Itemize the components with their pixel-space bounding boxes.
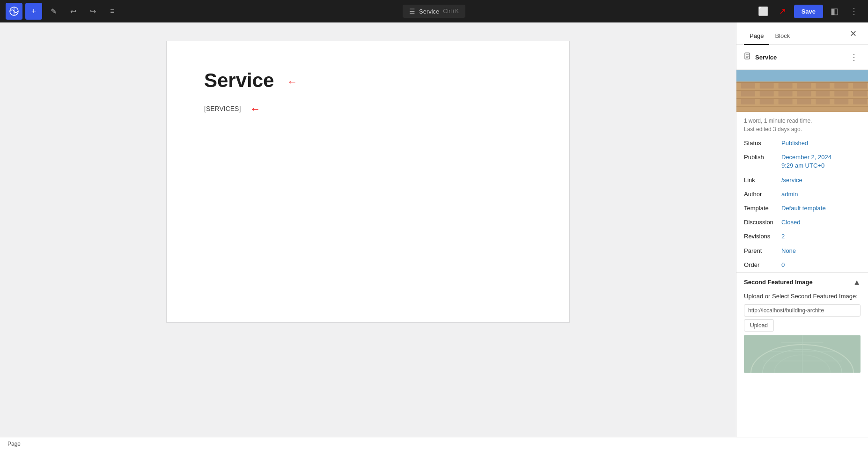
add-block-button[interactable]: + (25, 3, 42, 20)
page-more-button[interactable]: ⋮ (847, 51, 861, 64)
meta-row-template: Template Default template (736, 201, 868, 215)
undo-button[interactable]: ↩ (65, 3, 81, 20)
toggle-sidebar-button[interactable]: ◧ (826, 3, 843, 20)
preview-button[interactable]: ↗ (774, 3, 791, 20)
template-label: Template (744, 204, 781, 212)
svg-rect-13 (834, 83, 848, 89)
second-featured-title: Second Featured Image (744, 279, 853, 286)
main-layout: Service ← [SERVICES] ← Page Block ✕ (0, 22, 868, 437)
meta-row-revisions: Revisions 2 (736, 229, 868, 243)
topbar-left: + ✎ ↩ ↪ ≡ (6, 3, 121, 20)
svg-rect-18 (797, 91, 811, 96)
meta-row-link: Link /service (736, 173, 868, 187)
author-value[interactable]: admin (781, 190, 798, 199)
status-bar: Page (0, 437, 868, 450)
editor-canvas: Service ← [SERVICES] ← (167, 41, 569, 322)
upload-button[interactable]: Upload (744, 319, 774, 332)
topbar: + ✎ ↩ ↪ ≡ ☰ Service Ctrl+K ⬜ ↗ Save ◧ ⋮ (0, 0, 868, 22)
page-icon (744, 52, 751, 62)
second-featured-body: Upload or Select Second Featured Image: … (736, 292, 868, 380)
svg-rect-12 (816, 83, 830, 89)
status-label: Status (744, 139, 781, 147)
meta-row-order: Order 0 (736, 258, 868, 272)
page-header-title: Service (755, 54, 847, 61)
revisions-value[interactable]: 2 (781, 232, 785, 241)
discussion-value[interactable]: Closed (781, 218, 800, 227)
content-arrow-indicator: ← (250, 103, 260, 115)
post-title-button[interactable]: ☰ Service Ctrl+K (403, 5, 465, 18)
edit-mode-button[interactable]: ✎ (45, 3, 62, 20)
tab-block[interactable]: Block (769, 28, 795, 45)
editor-area[interactable]: Service ← [SERVICES] ← (0, 22, 736, 437)
redo-button[interactable]: ↪ (84, 3, 101, 20)
meta-row-author: Author admin (736, 187, 868, 201)
topbar-post-title: Service (419, 8, 439, 15)
list-view-button[interactable]: ≡ (104, 3, 121, 20)
post-title[interactable]: Service ← (204, 69, 532, 92)
meta-row-publish: Publish December 2, 2024 9:29 am UTC+0 (736, 150, 868, 173)
svg-rect-20 (834, 91, 848, 96)
parent-value[interactable]: None (781, 247, 796, 255)
featured-image-thumbnail[interactable] (736, 70, 868, 112)
svg-rect-21 (853, 91, 867, 96)
more-options-button[interactable]: ⋮ (846, 3, 862, 20)
publish-value[interactable]: December 2, 2024 9:29 am UTC+0 (781, 153, 831, 170)
sidebar-content[interactable]: Service ⋮ (736, 45, 868, 437)
svg-rect-26 (816, 99, 830, 104)
status-value[interactable]: Published (781, 139, 808, 148)
svg-rect-11 (797, 83, 811, 89)
topbar-center: ☰ Service Ctrl+K (403, 5, 465, 18)
desktop-preview-button[interactable]: ⬜ (755, 3, 772, 20)
svg-rect-24 (779, 99, 793, 104)
template-value[interactable]: Default template (781, 204, 826, 213)
sidebar-close-button[interactable]: ✕ (846, 26, 861, 41)
parent-label: Parent (744, 247, 781, 254)
topbar-right: ⬜ ↗ Save ◧ ⋮ (755, 3, 862, 20)
svg-rect-9 (760, 83, 774, 89)
meta-row-parent: Parent None (736, 244, 868, 258)
page-meta-text: 1 word, 1 minute read time. Last edited … (736, 112, 868, 136)
svg-rect-27 (834, 99, 848, 104)
link-label: Link (744, 176, 781, 184)
second-featured-image-section: Second Featured Image ▲ Upload or Select… (736, 272, 868, 380)
post-content[interactable]: [SERVICES] ← (204, 103, 532, 115)
sidebar-tabs: Page Block ✕ (736, 22, 868, 45)
meta-row-status: Status Published (736, 136, 868, 150)
second-featured-header[interactable]: Second Featured Image ▲ (736, 273, 868, 292)
order-value[interactable]: 0 (781, 261, 785, 269)
svg-rect-19 (816, 91, 830, 96)
svg-rect-41 (744, 335, 861, 373)
link-value[interactable]: /service (781, 176, 802, 184)
svg-rect-23 (760, 99, 774, 104)
author-label: Author (744, 190, 781, 198)
second-image-preview (744, 335, 861, 373)
topbar-shortcut: Ctrl+K (443, 8, 459, 15)
svg-rect-25 (797, 99, 811, 104)
svg-rect-28 (853, 99, 867, 104)
publish-label: Publish (744, 153, 781, 161)
discussion-label: Discussion (744, 218, 781, 226)
svg-rect-22 (741, 99, 755, 104)
title-arrow-indicator: ← (287, 76, 297, 88)
upload-label: Upload or Select Second Featured Image: (744, 292, 861, 301)
meta-row-discussion: Discussion Closed (736, 215, 868, 229)
svg-rect-8 (741, 83, 755, 89)
svg-rect-16 (760, 91, 774, 96)
svg-rect-15 (741, 91, 755, 96)
svg-rect-17 (779, 91, 793, 96)
second-featured-toggle: ▲ (853, 278, 861, 287)
upload-url-input[interactable] (744, 304, 861, 317)
wordpress-logo[interactable] (6, 3, 22, 20)
save-button[interactable]: Save (794, 5, 823, 18)
order-label: Order (744, 261, 781, 268)
right-sidebar: Page Block ✕ Service ⋮ (736, 22, 868, 437)
revisions-label: Revisions (744, 232, 781, 240)
svg-rect-10 (779, 83, 793, 89)
svg-rect-14 (853, 83, 867, 89)
page-header-row: Service ⋮ (736, 45, 868, 70)
status-bar-label: Page (7, 441, 21, 447)
tab-page[interactable]: Page (744, 28, 769, 45)
